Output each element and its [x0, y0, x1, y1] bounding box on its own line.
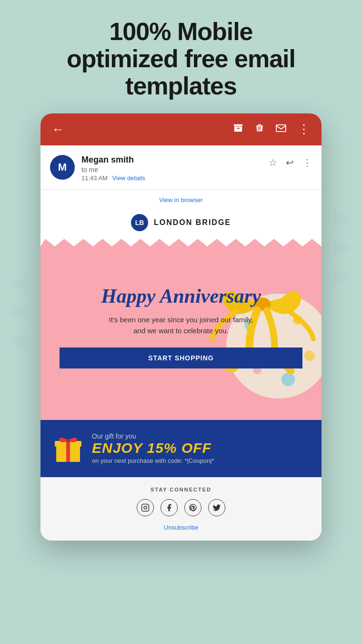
archive-icon[interactable] — [233, 123, 243, 136]
page-title: 100% Mobile optimized free email templat… — [0, 0, 362, 113]
gift-box-svg — [54, 431, 82, 464]
sender-time: 11:43 AM View details — [81, 174, 145, 182]
stay-connected-label: STAY CONNECTED — [50, 487, 312, 492]
email-icon[interactable] — [276, 123, 286, 135]
svg-rect-7 — [237, 128, 240, 129]
more-email-options[interactable]: ⋮ — [302, 157, 312, 168]
pinterest-icon[interactable] — [184, 499, 201, 516]
brand-header: LB LONDON BRIDGE — [40, 210, 322, 239]
coupon-text: on your next purchase with code: *|Coupo… — [92, 457, 214, 464]
svg-marker-1 — [10, 303, 29, 322]
brand-name: LONDON BRIDGE — [154, 218, 231, 227]
svg-rect-22 — [142, 504, 149, 511]
svg-point-21 — [66, 439, 70, 443]
view-in-browser-link[interactable]: View in browser — [40, 190, 322, 210]
svg-marker-4 — [333, 238, 352, 257]
start-shopping-button[interactable]: START SHOPPING — [60, 348, 302, 368]
svg-rect-6 — [234, 124, 242, 126]
email-action-buttons: ☆ ↩ ⋮ — [269, 157, 312, 168]
svg-point-24 — [147, 505, 148, 506]
email-header: M Megan smith to me 11:43 AM View detail… — [40, 145, 322, 190]
our-gift-label: Our gift for you — [92, 432, 214, 440]
svg-point-23 — [144, 506, 147, 509]
more-options-icon[interactable]: ⋮ — [298, 122, 310, 137]
bg-decoration-left — [0, 275, 29, 370]
svg-rect-19 — [66, 445, 70, 462]
gift-icon — [54, 431, 82, 466]
email-footer: STAY CONNECTED — [40, 477, 322, 541]
gift-text-block: Our gift for you ENJOY 15% OFF on your n… — [92, 432, 214, 464]
svg-marker-9 — [40, 239, 322, 246]
back-button[interactable]: ← — [52, 122, 64, 137]
svg-marker-3 — [333, 210, 352, 229]
star-button[interactable]: ☆ — [269, 157, 277, 168]
discount-text: ENJOY 15% OFF — [92, 440, 214, 456]
unsubscribe-link[interactable]: Unsubscribe — [50, 524, 312, 531]
social-icons-row — [50, 499, 312, 516]
facebook-icon[interactable] — [161, 499, 178, 516]
anniversary-headline: Happy Anniversary — [60, 285, 302, 307]
phone-mockup: ← ⋮ — [40, 113, 322, 541]
svg-marker-5 — [333, 267, 352, 286]
view-details-link[interactable]: View details — [112, 174, 145, 182]
banner-content: Happy Anniversary It's been one year sin… — [40, 271, 322, 388]
sender-avatar: M — [50, 155, 75, 180]
gift-section: Our gift for you ENJOY 15% OFF on your n… — [40, 420, 322, 477]
brand-logo: LB — [131, 214, 148, 231]
anniversary-banner: Happy Anniversary It's been one year sin… — [40, 239, 322, 420]
delete-icon[interactable] — [255, 123, 264, 136]
bg-decoration-right — [333, 210, 362, 305]
sender-to: to me — [81, 166, 145, 174]
svg-rect-8 — [276, 125, 286, 132]
zigzag-border — [40, 239, 322, 246]
gmail-toolbar: ← ⋮ — [40, 113, 322, 145]
svg-marker-0 — [10, 275, 29, 294]
reply-button[interactable]: ↩ — [286, 157, 294, 168]
anniversary-subtext: It's been one year since you joined our … — [60, 315, 302, 336]
email-body: View in browser LB LONDON BRIDGE Happy A… — [40, 190, 322, 541]
svg-marker-2 — [10, 332, 29, 351]
instagram-icon[interactable] — [137, 499, 154, 516]
sender-name: Megan smith — [81, 155, 145, 165]
twitter-icon[interactable] — [208, 499, 225, 516]
